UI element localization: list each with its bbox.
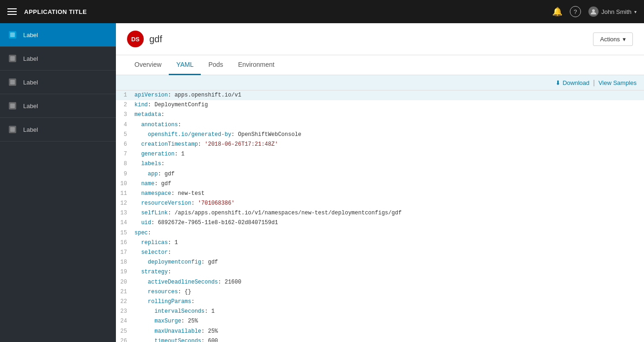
code-line: 23 intervalSeconds: 1 xyxy=(116,307,644,316)
line-number: 14 xyxy=(116,219,134,227)
line-content: resourceVersion: '701068386' xyxy=(134,199,644,208)
sidebar-item-2[interactable]: Label xyxy=(0,47,116,71)
page-header-left: DS gdf xyxy=(127,31,162,47)
code-line: 26 timeoutSeconds: 600 xyxy=(116,336,644,342)
code-line: 19 strategy: xyxy=(116,267,644,277)
line-content: creationTimestamp: '2018-06-26T17:21:48Z… xyxy=(134,140,644,149)
user-menu[interactable]: John Smith ▾ xyxy=(588,6,637,17)
code-line: 5 openshift.io/generated-by: OpenShiftWe… xyxy=(116,130,644,140)
line-content: timeoutSeconds: 600 xyxy=(134,337,644,342)
line-content: generation: 1 xyxy=(134,150,644,159)
line-content: annotations: xyxy=(134,121,644,129)
code-line: 6 creationTimestamp: '2018-06-26T17:21:4… xyxy=(116,140,644,149)
line-content: app: gdf xyxy=(134,170,644,179)
line-number: 24 xyxy=(116,317,134,326)
actions-label: Actions xyxy=(600,36,620,43)
line-number: 5 xyxy=(116,130,134,139)
code-line: 14 uid: 6892672e-7965-11e8-b162-02d84071… xyxy=(116,218,644,228)
code-line: 7 generation: 1 xyxy=(116,149,644,159)
tabs-bar: Overview YAML Pods Environment xyxy=(116,55,644,75)
code-line: 12 resourceVersion: '701068386' xyxy=(116,199,644,208)
line-content: rollingParams: xyxy=(134,297,644,306)
line-content: maxUnavailable: 25% xyxy=(134,327,644,336)
toolbar-separator: | xyxy=(593,79,595,86)
cube-icon-4 xyxy=(7,101,18,111)
resource-badge: DS xyxy=(127,31,144,47)
download-link[interactable]: ⬇ Download xyxy=(555,79,589,86)
cube-icon-1 xyxy=(7,30,18,40)
yaml-code-block: 1apiVersion: apps.openshift.io/v12kind: … xyxy=(116,90,644,342)
tab-pods[interactable]: Pods xyxy=(201,55,230,75)
sidebar-item-4[interactable]: Label xyxy=(0,94,116,118)
line-content: namespace: new-test xyxy=(134,189,644,198)
sidebar-label-4: Label xyxy=(23,103,38,110)
sidebar-item-1[interactable]: Label xyxy=(0,23,116,47)
line-number: 21 xyxy=(116,288,134,297)
line-number: 20 xyxy=(116,278,134,287)
view-samples-link[interactable]: View Samples xyxy=(599,79,637,86)
code-line: 20 activeDeadlineSeconds: 21600 xyxy=(116,277,644,287)
code-line: 25 maxUnavailable: 25% xyxy=(116,327,644,336)
navbar: APPLICATION TITLE 🔔 ? John Smith ▾ xyxy=(0,0,644,23)
line-number: 25 xyxy=(116,327,134,336)
bell-icon[interactable]: 🔔 xyxy=(552,6,562,17)
line-number: 3 xyxy=(116,110,134,119)
code-line: 1apiVersion: apps.openshift.io/v1 xyxy=(116,90,644,100)
line-number: 1 xyxy=(116,91,134,100)
line-content: resources: {} xyxy=(134,288,644,297)
navbar-right: 🔔 ? John Smith ▾ xyxy=(552,6,637,17)
line-number: 13 xyxy=(116,209,134,218)
svg-rect-4 xyxy=(10,56,15,61)
line-number: 17 xyxy=(116,248,134,257)
hamburger-icon[interactable] xyxy=(7,8,17,15)
sidebar-label-1: Label xyxy=(23,32,38,39)
sidebar-label-5: Label xyxy=(23,126,38,133)
user-avatar-icon xyxy=(588,6,599,17)
code-line: 9 app: gdf xyxy=(116,169,644,179)
line-number: 22 xyxy=(116,297,134,306)
line-content: selector: xyxy=(134,248,644,257)
help-icon[interactable]: ? xyxy=(570,6,581,17)
tab-overview[interactable]: Overview xyxy=(127,55,169,75)
yaml-area: ⬇ Download | View Samples 1apiVersion: a… xyxy=(116,75,644,342)
actions-button[interactable]: Actions ▾ xyxy=(593,32,633,46)
line-content: activeDeadlineSeconds: 21600 xyxy=(134,278,644,287)
line-content: name: gdf xyxy=(134,180,644,188)
page-header: DS gdf Actions ▾ xyxy=(116,23,644,55)
line-content: metadata: xyxy=(134,110,644,119)
code-line: 2kind: DeploymentConfig xyxy=(116,100,644,110)
line-content: uid: 6892672e-7965-11e8-b162-02d8407159d… xyxy=(134,219,644,227)
page-title: gdf xyxy=(149,34,162,45)
line-content: labels: xyxy=(134,160,644,168)
tab-environment[interactable]: Environment xyxy=(230,55,282,75)
code-line: 4 annotations: xyxy=(116,120,644,130)
line-number: 18 xyxy=(116,258,134,267)
line-number: 4 xyxy=(116,121,134,129)
code-line: 10 name: gdf xyxy=(116,179,644,189)
line-content: intervalSeconds: 1 xyxy=(134,307,644,316)
line-number: 11 xyxy=(116,189,134,198)
tab-yaml[interactable]: YAML xyxy=(169,55,201,75)
cube-icon-2 xyxy=(7,53,18,64)
code-line: 15spec: xyxy=(116,228,644,238)
line-number: 16 xyxy=(116,239,134,247)
line-number: 23 xyxy=(116,307,134,316)
line-content: deploymentconfig: gdf xyxy=(134,258,644,267)
code-line: 11 namespace: new-test xyxy=(116,189,644,199)
line-content: selfLink: /apis/apps.openshift.io/v1/nam… xyxy=(134,209,644,218)
line-content: strategy: xyxy=(134,268,644,277)
line-number: 8 xyxy=(116,160,134,168)
line-number: 15 xyxy=(116,229,134,238)
code-line: 21 resources: {} xyxy=(116,287,644,297)
code-line: 18 deploymentconfig: gdf xyxy=(116,258,644,267)
line-content: spec: xyxy=(134,229,644,238)
line-number: 10 xyxy=(116,180,134,188)
line-content: kind: DeploymentConfig xyxy=(134,101,644,110)
code-line: 22 rollingParams: xyxy=(116,297,644,307)
navbar-left: APPLICATION TITLE xyxy=(7,8,87,15)
line-content: maxSurge: 25% xyxy=(134,317,644,326)
sidebar-item-5[interactable]: Label xyxy=(0,118,116,142)
user-name: John Smith xyxy=(601,8,631,15)
sidebar-item-3[interactable]: Label xyxy=(0,71,116,94)
line-content: openshift.io/generated-by: OpenShiftWebC… xyxy=(134,130,644,139)
